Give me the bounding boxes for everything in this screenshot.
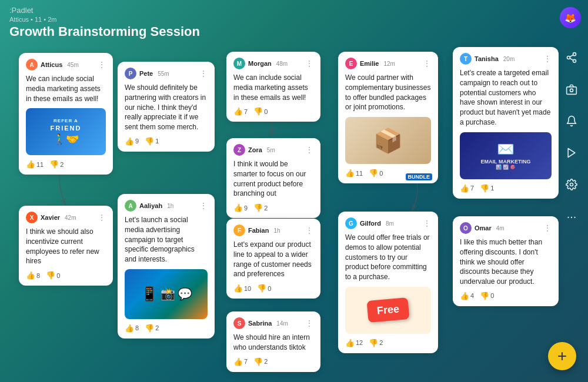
card-sabrina: S Sabrina 14m ⋮ We should hire an intern… [226,311,320,372]
time-sabrina: 14m [276,320,288,327]
menu-fabian[interactable]: ⋮ [305,226,313,234]
dislikes-pete: 👎 1 [145,137,159,146]
text-sabrina: We should hire an intern who understands… [233,333,313,353]
card-xavier: X Xavier 42m ⋮ I think we should also in… [19,206,113,286]
card-atticus: A Atticus 45m ⋮ We can include social me… [19,53,113,175]
footer-omar: 👍 4 👎 0 [460,291,552,300]
likes-zora: 👍 9 [233,203,248,212]
svg-rect-5 [567,87,577,95]
card-xavier-header: X Xavier 42m ⋮ [26,212,106,223]
author-aaliyah: Aaliyah [139,202,162,209]
card-fabian: F Fabian 1h ⋮ Let's expand our product l… [226,219,320,299]
image-tanisha: ✉️ EMAIL MARKETING 📊 📈 🎯 [460,132,552,179]
time-pete: 55m [158,71,169,77]
menu-omar[interactable]: ⋮ [543,224,552,232]
dislikes-aaliyah: 👎 2 [145,324,159,333]
author-atticus: Atticus [41,61,62,68]
image-aaliyah: 📱 📸 💬 [125,269,208,319]
image-gilford: Free [345,287,431,334]
dislikes-omar: 👎 0 [480,291,494,300]
footer-pete: 👍 9 👎 1 [125,137,208,146]
menu-pete[interactable]: ⋮ [199,69,208,78]
footer-morgan: 👍 7 👎 0 [233,107,313,116]
card-atticus-header: A Atticus 45m ⋮ [26,59,106,71]
text-emilie: We could partner with complementary busi… [345,73,431,112]
author-emilie: Emilie [360,60,379,67]
footer-aaliyah: 👍 8 👎 2 [125,324,208,333]
avatar-morgan: M [233,58,245,69]
author-fabian: Fabian [248,227,269,234]
likes-emilie: 👍 11 [345,169,363,177]
time-omar: 4m [496,225,505,232]
menu-atticus[interactable]: ⋮ [98,61,106,69]
time-fabian: 1h [273,227,280,234]
likes-aaliyah: 👍 8 [125,324,139,333]
dislikes-sabrina: 👎 2 [253,357,268,366]
time-zora: 5m [267,147,275,153]
card-fabian-header: F Fabian 1h ⋮ [233,224,313,236]
dislikes-atticus: 👎 2 [49,160,64,169]
card-morgan: M Morgan 48m ⋮ We can include social med… [226,52,320,122]
avatar-pete: P [125,68,136,79]
card-omar: O Omar 4m ⋮ I like this much better than… [453,216,559,306]
avatar-fabian: F [233,224,245,236]
menu-gilford[interactable]: ⋮ [423,219,431,227]
card-aaliyah-header: A Aaliyah 1h ⋮ [125,200,208,212]
svg-point-8 [570,183,573,186]
avatar-xavier: X [26,212,38,223]
card-gilford: G Gilford 8m ⋮ We could offer free trial… [338,212,438,353]
card-tanisha: T Tanisha 20m ⋮ Let's create a targeted … [453,47,559,199]
card-pete: P Pete 55m ⋮ We should definitely be par… [118,62,215,152]
likes-atticus: 👍 11 [26,160,44,169]
menu-tanisha[interactable]: ⋮ [543,55,552,63]
footer-sabrina: 👍 7 👎 2 [233,357,313,366]
card-gilford-header: G Gilford 8m ⋮ [345,217,431,229]
text-fabian: Let's expand our product line to appeal … [233,240,313,279]
time-gilford: 8m [386,220,394,227]
svg-line-3 [570,58,573,60]
dislikes-fabian: 👎 0 [257,284,271,293]
footer-gilford: 👍 12 👎 2 [345,339,431,347]
menu-xavier[interactable]: ⋮ [98,213,106,222]
author-omar: Omar [475,224,492,232]
author-zora: Zora [248,146,262,153]
menu-sabrina[interactable]: ⋮ [305,319,313,327]
card-omar-header: O Omar 4m ⋮ [460,222,552,234]
time-atticus: 45m [67,62,78,68]
card-zora-header: Z Zora 5m ⋮ [233,144,313,156]
avatar-zora: Z [233,144,245,156]
text-xavier: I think we should also incentivize curre… [26,227,106,266]
time-emilie: 12m [383,61,395,67]
likes-pete: 👍 9 [125,137,139,146]
avatar-sabrina: S [233,317,245,329]
menu-morgan[interactable]: ⋮ [305,59,313,68]
likes-morgan: 👍 7 [233,107,248,116]
card-zora: Z Zora 5m ⋮ I think it would be smarter … [226,138,320,218]
card-emilie-header: E Emilie 12m ⋮ [345,58,431,69]
text-gilford: We could offer free trials or demos to a… [345,233,431,282]
text-aaliyah: Let's launch a social media advertising … [125,215,208,264]
avatar-omar: O [460,222,472,234]
text-pete: We should definitely be partnering with … [125,83,208,132]
footer-xavier: 👍 8 👎 0 [26,271,106,280]
image-atticus: REFER A FRIEND 🚶‍♂️🤝 [26,108,106,155]
menu-emilie[interactable]: ⋮ [423,59,431,68]
author-sabrina: Sabrina [248,320,272,327]
text-atticus: We can include social media marketing as… [26,74,106,103]
avatar-emilie: E [345,58,357,69]
dislikes-xavier: 👎 0 [46,271,60,280]
menu-zora[interactable]: ⋮ [305,146,313,154]
time-tanisha: 20m [503,56,514,62]
cards-area: A Atticus 45m ⋮ We can include social me… [0,0,564,382]
card-aaliyah: A Aaliyah 1h ⋮ Let's launch a social med… [118,194,215,339]
author-morgan: Morgan [248,60,272,67]
card-sabrina-header: S Sabrina 14m ⋮ [233,317,313,329]
time-morgan: 48m [276,61,288,67]
likes-fabian: 👍 10 [233,284,251,293]
author-pete: Pete [139,70,153,77]
time-xavier: 42m [65,215,76,221]
svg-line-4 [570,55,573,56]
card-morgan-header: M Morgan 48m ⋮ [233,58,313,69]
menu-aaliyah[interactable]: ⋮ [199,202,208,210]
footer-fabian: 👍 10 👎 0 [233,284,313,293]
